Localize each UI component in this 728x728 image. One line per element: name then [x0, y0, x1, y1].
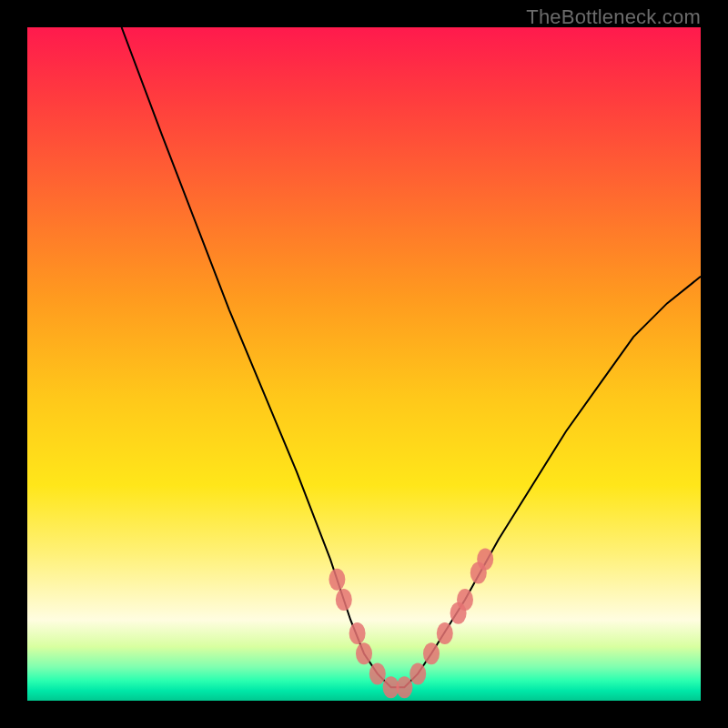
- curve-marker: [369, 662, 386, 684]
- chart-frame: TheBottleneck.com: [0, 0, 728, 728]
- curve-layer: [27, 27, 701, 701]
- curve-marker: [329, 569, 345, 591]
- curve-marker: [349, 622, 366, 644]
- curve-marker: [437, 622, 453, 644]
- curve-marker: [477, 549, 493, 571]
- curve-marker: [410, 662, 426, 684]
- watermark-text: TheBottleneck.com: [526, 5, 701, 29]
- curve-marker: [396, 676, 412, 698]
- marker-group: [329, 549, 493, 699]
- curve-marker: [423, 642, 440, 664]
- curve-marker: [457, 589, 473, 611]
- curve-marker: [336, 589, 352, 611]
- bottleneck-curve: [122, 27, 701, 687]
- plot-area: [27, 27, 701, 701]
- curve-marker: [356, 642, 372, 664]
